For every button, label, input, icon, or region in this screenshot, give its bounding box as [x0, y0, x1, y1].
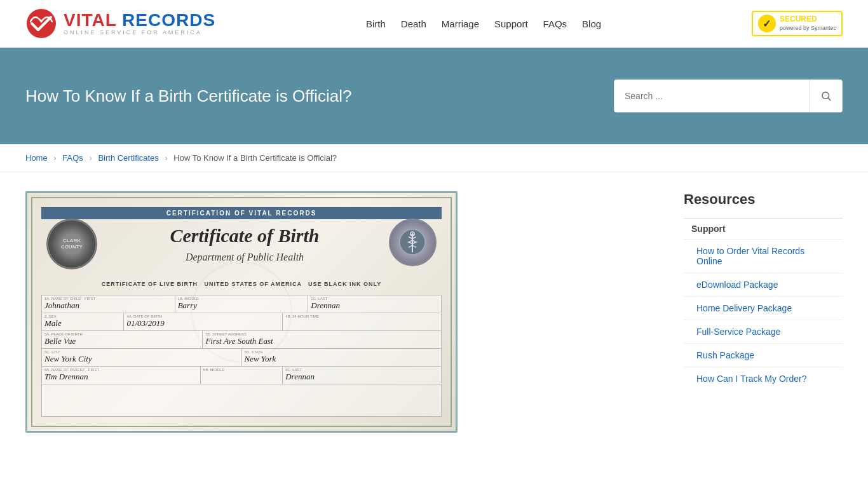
main-content: CERTIFICATION OF VITAL RECORDS CLARKCOUN… [0, 172, 868, 452]
caduceus-icon [398, 228, 427, 257]
norton-text: SECURED powered by Symantec [780, 15, 836, 32]
logo-tagline: ONLINE SERVICE FOR AMERICA [64, 29, 215, 36]
logo-text: VITAL RECORDS ONLINE SERVICE FOR AMERICA [64, 11, 215, 36]
seal-left-text: CLARKCOUNTY [61, 238, 83, 250]
cert-form-row-5: 6A. NAME OF PARENT - FIRST Tim Drennan 6… [42, 367, 441, 384]
norton-secured-label: SECURED [780, 15, 836, 25]
cert-cell-parent-first: 6A. NAME OF PARENT - FIRST Tim Drennan [42, 367, 201, 384]
main-nav: Birth Death Marriage Support FAQs Blog [366, 18, 601, 29]
norton-powered: powered by Symantec [780, 25, 836, 32]
nav-blog[interactable]: Blog [582, 18, 601, 29]
logo-vital: VITAL [64, 10, 116, 30]
article-area: CERTIFICATION OF VITAL RECORDS CLARKCOUN… [25, 191, 658, 433]
search-box [614, 79, 843, 112]
logo-icon [25, 8, 57, 39]
breadcrumb-current: How To Know If a Birth Certificate is Of… [173, 153, 337, 163]
logo-title: VITAL RECORDS [64, 11, 215, 29]
cert-cell-parent-last: 6C. LAST Drennan [283, 367, 441, 384]
search-input[interactable] [614, 80, 810, 112]
cert-cell-sex: 2. SEX Male [42, 313, 124, 330]
breadcrumb-faqs[interactable]: FAQs [62, 153, 83, 163]
sidebar-item-full-service[interactable]: Full-Service Package [684, 320, 843, 343]
breadcrumb-home[interactable]: Home [25, 153, 48, 163]
sidebar-item-track-order[interactable]: How Can I Track My Order? [684, 367, 843, 390]
norton-checkmark: ✓ [758, 15, 776, 32]
logo-records: RECORDS [122, 10, 215, 30]
nav-support[interactable]: Support [494, 18, 528, 29]
breadcrumb: Home › FAQs › Birth Certificates › How T… [0, 144, 868, 172]
breadcrumb-sep-1: › [53, 153, 56, 163]
cert-main-title: Certificate of Birth [110, 225, 379, 247]
cert-cell-time: 4B. 24-HOUR TIME [283, 313, 441, 330]
sidebar-section-support: Support [684, 218, 843, 239]
nav-faqs[interactable]: FAQs [543, 18, 567, 29]
cert-cell-place-birth: 5A. PLACE OF BIRTH Belle Vue [42, 331, 203, 348]
breadcrumb-sep-3: › [165, 153, 167, 163]
breadcrumb-birth-certs[interactable]: Birth Certificates [98, 153, 158, 163]
sidebar-item-edownload[interactable]: eDownload Package [684, 273, 843, 296]
cert-seal-right [389, 219, 437, 266]
nav-marriage[interactable]: Marriage [442, 18, 479, 29]
search-button[interactable] [810, 80, 842, 112]
cert-cell-parent-mid: 6B. MIDDLE [201, 367, 283, 384]
page-title: How To Know If a Birth Certificate is Of… [25, 86, 351, 106]
cert-header-bar: CERTIFICATION OF VITAL RECORDS [41, 207, 442, 219]
nav-birth[interactable]: Birth [366, 18, 386, 29]
sidebar-item-rush[interactable]: Rush Package [684, 343, 843, 367]
sidebar-item-how-to-order[interactable]: How to Order Vital Records Online [684, 239, 843, 273]
hero-section: How To Know If a Birth Certificate is Of… [0, 48, 868, 144]
svg-line-2 [828, 98, 830, 100]
sidebar: Resources Support How to Order Vital Rec… [684, 191, 843, 433]
breadcrumb-sep-2: › [89, 153, 92, 163]
nav-death[interactable]: Death [401, 18, 426, 29]
norton-badge: ✓ SECURED powered by Symantec [752, 11, 843, 36]
cert-cell-lastname: 1C. LAST Drennan [308, 295, 441, 313]
sidebar-title: Resources [684, 191, 843, 208]
logo-area: VITAL RECORDS ONLINE SERVICE FOR AMERICA [25, 8, 215, 39]
site-header: VITAL RECORDS ONLINE SERVICE FOR AMERICA… [0, 0, 868, 48]
birth-certificate-image: CERTIFICATION OF VITAL RECORDS CLARKCOUN… [25, 191, 458, 433]
cert-cell-firstname: 1A. NAME OF CHILD - FIRST Johnathan [42, 295, 175, 313]
svg-point-1 [822, 92, 829, 99]
search-icon [820, 90, 832, 102]
cert-watermark [191, 261, 292, 363]
cert-seal-left: CLARKCOUNTY [46, 219, 97, 269]
sidebar-item-home-delivery[interactable]: Home Delivery Package [684, 296, 843, 320]
